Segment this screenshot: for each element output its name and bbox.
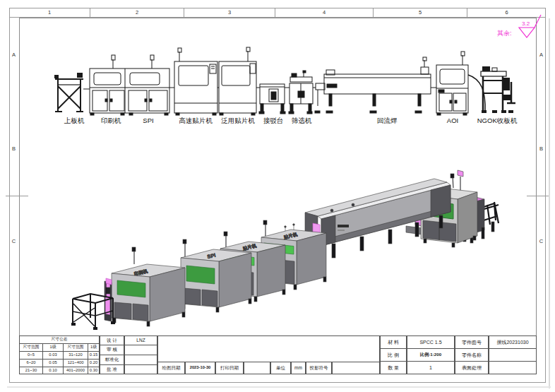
label-2d-aoi: AOI	[447, 117, 458, 124]
machine-2d-docking-conveyor	[259, 84, 285, 114]
label-2d-general-mounter: 泛用贴片机	[221, 117, 255, 124]
machine-2d-loader	[54, 73, 83, 112]
sign-label-design: 设 计	[100, 335, 124, 345]
quantity-label: 数 量	[380, 361, 407, 374]
surface-treatment-value	[489, 361, 537, 374]
print-date-value	[244, 362, 270, 374]
surface-treatment-label: 表面处理	[455, 361, 489, 374]
line-3d-render: AOI	[71, 170, 499, 330]
sign-value-approve	[124, 364, 157, 374]
machine-2d-printer-spi	[90, 55, 169, 115]
surface-roughness-note: 其余: 3.2	[497, 15, 541, 37]
label-2d-screening: 筛选机	[292, 117, 312, 124]
part-name-value	[489, 348, 537, 362]
machine-2d-aoi	[436, 52, 485, 115]
machine-2d-reflow-oven	[315, 57, 431, 113]
sign-label-check: 审 核	[100, 345, 124, 355]
sign-value-standard	[124, 355, 157, 365]
scale-value: 比例:1:200	[407, 348, 455, 362]
sign-label-standard: 标准化	[100, 355, 124, 365]
sign-value-design: LNZ	[124, 335, 157, 345]
print-date-label: 打印日期	[215, 362, 244, 374]
line-2d-labels: 上板机 印刷机 SPI 高速贴片机 泛用贴片机 接驳台 筛选机 回流焊 AOI …	[64, 117, 518, 124]
unit-value: mm	[291, 362, 306, 374]
part-name-label: 零件名称	[455, 348, 489, 362]
scale-label: 比 例	[380, 348, 407, 362]
machine-2d-unloader	[481, 66, 515, 113]
drawing-sheet: 1 2 3 4 5 6 A B C A B C	[0, 0, 555, 392]
tolerance-cell: 0.30	[88, 367, 100, 374]
part-number-value: 摆线20231030	[489, 335, 537, 349]
notes-area	[157, 335, 380, 362]
draw-date-label: 绘图日期	[157, 362, 185, 374]
drawing-canvas: 上板机 印刷机 SPI 高速贴片机 泛用贴片机 接驳台 筛选机 回流焊 AOI …	[0, 0, 555, 392]
quantity-value: 1	[407, 361, 455, 374]
label-2d-spi: SPI	[143, 117, 153, 124]
material-value: SPCC 1.5	[407, 335, 455, 349]
label-2d-highspeed-mounter: 高速贴片机	[179, 117, 213, 124]
machine-2d-general-mounter	[219, 47, 256, 115]
machine-2d-screening	[289, 71, 313, 114]
tolerance-cell: 21~30	[19, 367, 43, 374]
machine-3d-printer: 印刷机	[105, 247, 185, 326]
surface-note-value: 3.2	[522, 20, 530, 27]
tolerance-cell: 401~2000	[63, 367, 88, 374]
label-2d-loader: 上板机	[64, 117, 85, 124]
material-label: 材 料	[380, 335, 407, 349]
sign-label-approve: 批 准	[100, 364, 124, 374]
machine-2d-highspeed-mounter	[174, 48, 217, 115]
draw-date-value: 2023-10-30	[185, 362, 215, 374]
projection-label: 投影符号	[306, 362, 332, 374]
projection-symbol-cell	[332, 362, 380, 374]
label-2d-unloader: NGOK收板机	[477, 117, 518, 124]
line-2d-elevation	[54, 47, 515, 115]
tolerance-cell: 0.10	[42, 367, 64, 374]
label-2d-docking: 接驳台	[263, 117, 284, 124]
surface-note-label: 其余:	[497, 30, 512, 37]
unit-label: 单位	[270, 362, 291, 374]
sign-value-check	[124, 345, 157, 355]
roughness-triangle-icon	[519, 28, 535, 37]
label-2d-printer: 印刷机	[101, 117, 121, 124]
label-2d-reflow: 回流焊	[377, 117, 398, 124]
part-number-label: 零件图号	[455, 335, 489, 349]
